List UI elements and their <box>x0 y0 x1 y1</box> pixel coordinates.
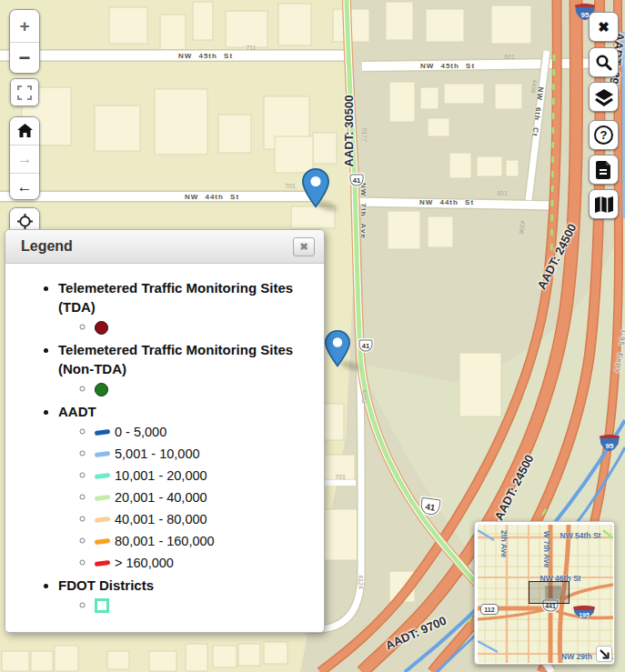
legend-item-nontda: Telemetered Traffic Monitoring Sites (No… <box>58 340 315 396</box>
map-viewer: NW 45th St NW 45th St NW 44th St NW 44th… <box>0 0 625 672</box>
aadt-class-label: 80,001 - 160,000 <box>115 534 215 548</box>
legend-symbol-row <box>95 597 315 612</box>
inset-extent-box[interactable] <box>529 581 570 604</box>
document-icon <box>596 161 611 179</box>
aadt-class-label: 40,001 - 80,000 <box>115 512 207 527</box>
legend-class-row: 5,001 - 10,000 <box>95 445 315 460</box>
aadt-class-swatch <box>95 517 110 523</box>
legend-item-label: Telemetered Traffic Monitoring Sites (TD… <box>58 278 315 316</box>
collapse-arrow-icon <box>600 649 610 659</box>
search-button[interactable] <box>589 47 619 77</box>
map-pin[interactable] <box>302 167 329 213</box>
close-icon: ✖ <box>598 19 610 35</box>
aadt-class-swatch <box>95 538 110 545</box>
zoom-out-icon: − <box>19 54 31 63</box>
aadt-class-swatch <box>95 560 110 567</box>
aadt-class-label: 5,001 - 10,000 <box>115 446 200 461</box>
legend-class-row: > 160,000 <box>95 554 315 569</box>
close-icon: ✖ <box>299 241 307 253</box>
next-extent-button[interactable]: → <box>10 145 39 173</box>
aadt-class-label: 0 - 5,000 <box>115 425 166 439</box>
zoom-in-button[interactable]: + <box>10 10 39 42</box>
overview-toggle-button[interactable] <box>596 646 612 662</box>
forward-arrow-icon: → <box>17 150 33 168</box>
legend-close-button[interactable]: ✖ <box>293 237 315 256</box>
legend-symbol-row <box>95 318 315 334</box>
layers-icon <box>594 88 614 106</box>
previous-extent-button[interactable]: ← <box>10 174 39 200</box>
legend-body: Telemetered Traffic Monitoring Sites (TD… <box>5 264 324 612</box>
home-button[interactable] <box>10 117 39 145</box>
zoom-control: + − <box>9 9 40 74</box>
aadt-class-label: 10,001 - 20,000 <box>115 468 207 483</box>
help-button[interactable]: ? <box>589 120 619 150</box>
aadt-class-label: > 160,000 <box>115 556 174 570</box>
legend-class-row: 40,001 - 80,000 <box>95 510 315 526</box>
report-button[interactable] <box>589 155 619 185</box>
districts-swatch <box>95 598 109 613</box>
legend-symbol-row <box>95 380 315 396</box>
legend-item-districts: FDOT Districts <box>58 576 315 612</box>
legend-class-row: 20,001 - 40,000 <box>95 488 315 504</box>
sr112-shield: 112 <box>480 604 499 615</box>
legend-item-aadt: AADT 0 - 5,000 5,001 - 10,000 10,001 - 2… <box>58 402 315 569</box>
map-pin[interactable] <box>325 329 350 372</box>
home-icon <box>17 124 33 138</box>
search-icon <box>595 54 612 71</box>
legend-title: Legend <box>21 238 293 255</box>
legend-class-row: 0 - 5,000 <box>95 423 315 438</box>
pin-icon <box>325 329 350 368</box>
inset-extent-inner <box>545 586 561 599</box>
legend-item-label: Telemetered Traffic Monitoring Sites (No… <box>58 340 315 378</box>
aadt-class-swatch <box>95 473 110 479</box>
map-icon <box>594 196 614 214</box>
help-icon: ? <box>594 125 613 145</box>
locate-icon <box>17 214 33 229</box>
legend-item-label: FDOT Districts <box>58 576 315 595</box>
pin-icon <box>302 167 329 209</box>
legend-item-label: AADT <box>58 402 315 421</box>
nontda-marker-swatch <box>95 383 108 396</box>
default-extent-icon <box>17 85 32 100</box>
basemap-gallery-button[interactable] <box>589 189 619 219</box>
nav-control: → ← <box>9 116 40 200</box>
aadt-class-label: 20,001 - 40,000 <box>115 490 207 505</box>
legend-header[interactable]: Legend ✖ <box>5 230 324 264</box>
back-arrow-icon: ← <box>17 178 33 196</box>
aadt-class-swatch <box>95 429 110 436</box>
zoom-in-icon: + <box>19 16 29 36</box>
legend-panel: Legend ✖ Telemetered Traffic Monitoring … <box>5 229 325 633</box>
aadt-class-swatch <box>95 495 110 501</box>
layers-button[interactable] <box>589 82 619 112</box>
tda-marker-swatch <box>95 321 108 335</box>
overview-map[interactable]: NW 54th St NW 46th St NW 29th W 7th Ave … <box>474 521 615 665</box>
close-panel-button[interactable]: ✖ <box>589 12 619 42</box>
legend-item-tda: Telemetered Traffic Monitoring Sites (TD… <box>58 278 315 334</box>
default-extent-button[interactable] <box>10 78 39 106</box>
aadt-class-swatch <box>95 451 110 457</box>
legend-class-row: 10,001 - 20,000 <box>95 466 315 482</box>
zoom-out-button[interactable]: − <box>10 43 39 74</box>
legend-class-row: 80,001 - 160,000 <box>95 532 315 547</box>
